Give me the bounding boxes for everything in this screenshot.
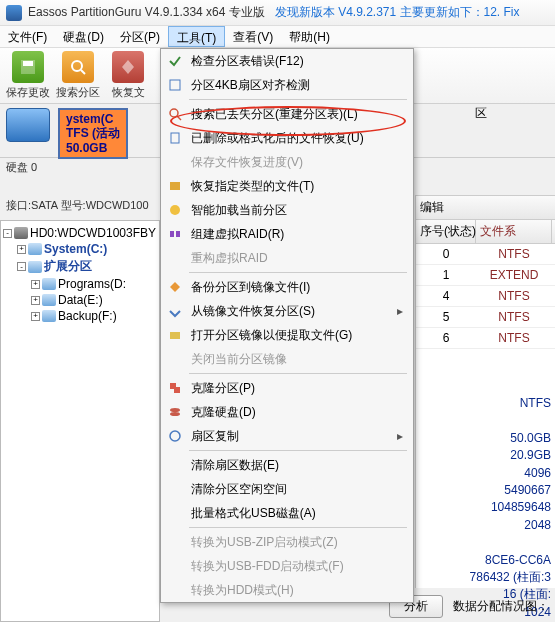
mi-recover-by-type[interactable]: 恢复指定类型的文件(T) xyxy=(161,174,413,198)
expand-icon[interactable]: + xyxy=(17,245,26,254)
mi-usb-fdd: 转换为USB-FDD启动模式(F) xyxy=(161,554,413,578)
tree-data[interactable]: Data(E:) xyxy=(58,293,103,307)
svg-line-6 xyxy=(177,116,181,120)
disk-label: 硬盘 0 xyxy=(6,160,37,175)
separator xyxy=(189,99,407,100)
expand-icon[interactable]: + xyxy=(31,296,40,305)
mi-smart-load[interactable]: 智能加载当前分区 xyxy=(161,198,413,222)
table-row[interactable]: 6NTFS xyxy=(416,328,555,349)
svg-point-17 xyxy=(170,431,180,441)
table-header: 序号(状态) 文件系 xyxy=(416,220,555,244)
tree-programs[interactable]: Programs(D: xyxy=(58,277,126,291)
mi-restore-from-image[interactable]: 从镜像文件恢复分区(S)▸ xyxy=(161,299,413,323)
distribution-label: 数据分配情况图： xyxy=(453,598,549,615)
mi-usb-zip: 转换为USB-ZIP启动模式(Z) xyxy=(161,530,413,554)
mi-save-progress: 保存文件恢复进度(V) xyxy=(161,150,413,174)
sector-icon xyxy=(167,428,183,444)
svg-point-16 xyxy=(170,412,180,416)
expand-icon[interactable]: + xyxy=(31,280,40,289)
submenu-arrow-icon: ▸ xyxy=(397,429,403,443)
save-icon xyxy=(12,51,44,83)
svg-rect-8 xyxy=(170,182,180,190)
mi-batch-format-usb[interactable]: 批量格式化USB磁盘(A) xyxy=(161,501,413,525)
tree-backup[interactable]: Backup(F:) xyxy=(58,309,117,323)
svg-rect-10 xyxy=(170,231,174,237)
open-icon xyxy=(167,327,183,343)
search-icon xyxy=(167,106,183,122)
collapse-icon[interactable]: - xyxy=(3,229,12,238)
app-title: Eassos PartitionGuru V4.9.1.334 x64 专业版 xyxy=(28,4,265,21)
recover-icon xyxy=(112,51,144,83)
mi-clone-partition[interactable]: 克隆分区(P) xyxy=(161,376,413,400)
partition-block-system[interactable]: ystem(C TFS (活动 50.0GB xyxy=(58,108,128,159)
tree-extended[interactable]: 扩展分区 xyxy=(44,258,92,275)
menu-view[interactable]: 查看(V) xyxy=(225,26,281,47)
menu-tools[interactable]: 工具(T) xyxy=(168,26,225,47)
partition-tree[interactable]: -HD0:WDCWD1003FBY +System(C:) -扩展分区 +Pro… xyxy=(0,220,160,622)
collapse-icon[interactable]: - xyxy=(17,262,26,271)
recover-button[interactable]: 恢复文 xyxy=(104,51,152,100)
table-title: 编辑 xyxy=(416,196,555,220)
tree-root[interactable]: HD0:WDCWD1003FBY xyxy=(30,226,156,240)
titlebar: Eassos PartitionGuru V4.9.1.334 x64 专业版 … xyxy=(0,0,555,26)
menu-help[interactable]: 帮助(H) xyxy=(281,26,338,47)
restore-icon xyxy=(167,303,183,319)
svg-rect-1 xyxy=(23,61,33,66)
align-icon xyxy=(167,77,183,93)
separator xyxy=(189,373,407,374)
partition-label-fragment: 区 xyxy=(475,105,487,122)
mi-backup-to-image[interactable]: 备份分区到镜像文件(I) xyxy=(161,275,413,299)
menubar: 文件(F) 硬盘(D) 分区(P) 工具(T) 查看(V) 帮助(H) xyxy=(0,26,555,48)
separator xyxy=(189,527,407,528)
svg-rect-12 xyxy=(170,332,180,339)
raid-icon xyxy=(167,226,183,242)
partition-icon xyxy=(28,243,42,255)
load-icon xyxy=(167,202,183,218)
mi-clear-sector[interactable]: 清除扇区数据(E) xyxy=(161,453,413,477)
search-partition-button[interactable]: 搜索分区 xyxy=(54,51,102,100)
hdd-icon xyxy=(6,108,50,142)
mi-sector-copy[interactable]: 扇区复制▸ xyxy=(161,424,413,448)
svg-rect-7 xyxy=(171,133,179,143)
partition-icon xyxy=(42,278,56,290)
col-index[interactable]: 序号(状态) xyxy=(416,220,476,243)
table-row[interactable]: 5NTFS xyxy=(416,307,555,328)
svg-point-5 xyxy=(170,109,178,117)
partition-icon xyxy=(42,310,56,322)
tree-system[interactable]: System(C:) xyxy=(44,242,107,256)
svg-rect-14 xyxy=(174,387,180,393)
menu-partition[interactable]: 分区(P) xyxy=(112,26,168,47)
col-filesystem[interactable]: 文件系 xyxy=(476,220,552,243)
update-notice[interactable]: 发现新版本 V4.9.2.371 主要更新如下：12. Fix xyxy=(275,4,520,21)
mi-open-image[interactable]: 打开分区镜像以便提取文件(G) xyxy=(161,323,413,347)
partition-details: NTFS 50.0GB 20.9GB 4096 5490667 10485964… xyxy=(415,395,551,622)
tools-dropdown: 检查分区表错误(F12) 分区4KB扇区对齐检测 搜索已丢失分区(重建分区表)(… xyxy=(160,48,414,603)
mi-clone-disk[interactable]: 克隆硬盘(D) xyxy=(161,400,413,424)
mi-recover-deleted[interactable]: 已删除或格式化后的文件恢复(U) xyxy=(161,126,413,150)
check-icon xyxy=(167,53,183,69)
mi-4kb-align[interactable]: 分区4KB扇区对齐检测 xyxy=(161,73,413,97)
partition-icon xyxy=(42,294,56,306)
mi-close-image: 关闭当前分区镜像 xyxy=(161,347,413,371)
clone-disk-icon xyxy=(167,404,183,420)
search-icon xyxy=(62,51,94,83)
save-button[interactable]: 保存更改 xyxy=(4,51,52,100)
table-row[interactable]: 0NTFS xyxy=(416,244,555,265)
menu-file[interactable]: 文件(F) xyxy=(0,26,55,47)
table-row[interactable]: 4NTFS xyxy=(416,286,555,307)
expand-icon[interactable]: + xyxy=(31,312,40,321)
svg-point-2 xyxy=(72,61,82,71)
hdd-tree-icon xyxy=(14,227,28,239)
type-icon xyxy=(167,178,183,194)
partition-icon xyxy=(28,261,42,273)
menu-disk[interactable]: 硬盘(D) xyxy=(55,26,112,47)
mi-build-raid[interactable]: 组建虚拟RAID(R) xyxy=(161,222,413,246)
svg-rect-11 xyxy=(176,231,180,237)
table-row[interactable]: 1EXTEND xyxy=(416,265,555,286)
mi-clear-freespace[interactable]: 清除分区空闲空间 xyxy=(161,477,413,501)
svg-line-3 xyxy=(81,70,85,74)
separator xyxy=(189,272,407,273)
mi-search-lost-partition[interactable]: 搜索已丢失分区(重建分区表)(L) xyxy=(161,102,413,126)
svg-rect-4 xyxy=(170,80,180,90)
mi-check-partition-table[interactable]: 检查分区表错误(F12) xyxy=(161,49,413,73)
